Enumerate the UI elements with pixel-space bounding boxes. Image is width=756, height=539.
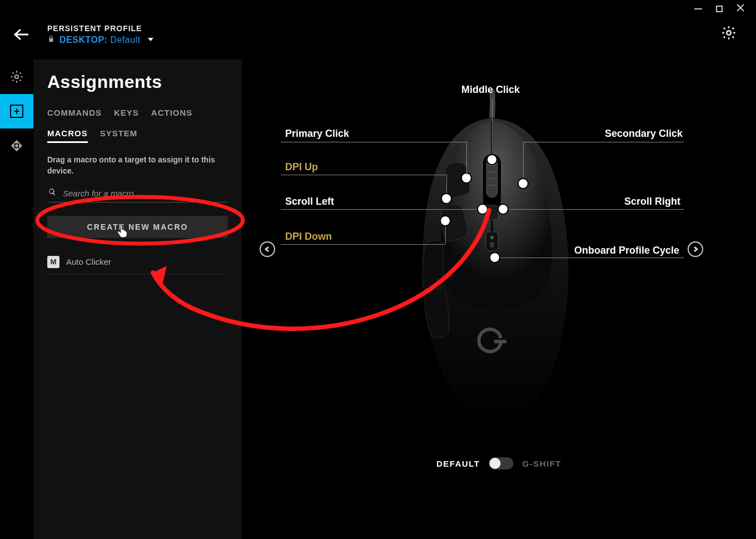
macro-search[interactable] (47, 185, 228, 202)
assignment-tabs: COMMANDS KEYS ACTIONS MACROS SYSTEM (47, 108, 228, 143)
rail-item-sensitivity[interactable] (0, 128, 33, 163)
callout-line (499, 258, 684, 258)
label-secondary-click: Secondary Click (605, 128, 683, 140)
svg-rect-12 (490, 242, 494, 248)
header-bar: PERSISTENT PROFILE DESKTOP: Default (0, 17, 756, 52)
profile-name: DESKTOP: Default (59, 35, 141, 45)
macro-name: Auto Clicker (66, 257, 111, 266)
chevron-down-icon (147, 35, 154, 45)
tab-macros[interactable]: MACROS (47, 128, 88, 143)
label-scroll-right: Scroll Right (624, 196, 680, 207)
label-primary-click: Primary Click (285, 128, 349, 140)
search-icon (48, 188, 56, 198)
callout-dot[interactable] (499, 205, 508, 214)
mode-gshift-label: G-SHIFT (523, 459, 562, 468)
back-button[interactable] (6, 28, 36, 41)
macro-badge: M (47, 256, 59, 268)
macro-list: M Auto Clicker (47, 250, 228, 274)
callout-line (281, 244, 445, 245)
svg-rect-9 (486, 205, 498, 220)
callout-line (446, 175, 447, 197)
callout-line (466, 142, 467, 175)
profile-selector[interactable]: PERSISTENT PROFILE DESKTOP: Default (47, 24, 154, 45)
callout-dot[interactable] (488, 155, 496, 164)
label-dpi-down: DPI Down (285, 231, 332, 243)
callout-line (445, 222, 446, 244)
panel-title: Assignments (47, 72, 228, 92)
macro-search-input[interactable] (62, 188, 227, 199)
svg-point-0 (727, 31, 730, 34)
mode-default-label: DEFAULT (436, 459, 480, 468)
svg-point-2 (16, 145, 17, 146)
callout-line (523, 142, 684, 142)
mode-toggle: DEFAULT G-SHIFT (436, 457, 561, 469)
panel-hint: Drag a macro onto a target to assign it … (47, 154, 228, 177)
window-minimize-button[interactable] (694, 4, 703, 13)
create-macro-button[interactable]: CREATE NEW MACRO (47, 216, 228, 238)
mode-switch[interactable] (489, 457, 514, 469)
tab-system[interactable]: SYSTEM (100, 128, 138, 143)
callout-dot[interactable] (478, 205, 487, 214)
svg-point-1 (15, 75, 19, 79)
assignments-panel: Assignments COMMANDS KEYS ACTIONS MACROS… (33, 60, 242, 539)
svg-point-11 (490, 236, 494, 239)
label-dpi-up: DPI Up (285, 161, 318, 173)
macro-item[interactable]: M Auto Clicker (47, 250, 228, 274)
nav-prev-button[interactable] (260, 241, 275, 257)
tab-actions[interactable]: ACTIONS (151, 108, 193, 121)
label-middle-click: Middle Click (461, 84, 520, 96)
device-view: Middle Click Primary Click Secondary Cli… (242, 60, 756, 539)
callout-line (506, 209, 684, 210)
window-controls (694, 0, 756, 18)
tab-keys[interactable]: KEYS (114, 108, 139, 121)
callout-line (281, 209, 482, 210)
callout-dot[interactable] (442, 194, 451, 203)
window-maximize-button[interactable] (715, 4, 724, 13)
rail-item-lighting[interactable] (0, 60, 33, 94)
svg-rect-10 (486, 232, 498, 251)
plus-icon: + (10, 105, 23, 118)
create-macro-label: CREATE NEW MACRO (87, 222, 188, 231)
settings-button[interactable] (721, 25, 737, 43)
callout-line (281, 175, 446, 175)
rail-item-assignments[interactable]: + (0, 94, 33, 128)
callout-line (281, 142, 467, 142)
window-close-button[interactable] (736, 4, 745, 13)
callout-dot[interactable] (441, 216, 450, 225)
label-profile-cycle: Onboard Profile Cycle (574, 245, 679, 256)
profile-heading: PERSISTENT PROFILE (47, 24, 154, 33)
lock-icon (47, 35, 55, 45)
tab-commands[interactable]: COMMANDS (47, 108, 102, 121)
side-rail: + (0, 60, 33, 163)
callout-dot[interactable] (490, 253, 499, 262)
nav-next-button[interactable] (688, 241, 703, 257)
callout-line (492, 98, 493, 157)
callout-line (523, 142, 524, 182)
svg-rect-4 (486, 159, 498, 197)
label-scroll-left: Scroll Left (285, 196, 334, 207)
callout-dot[interactable] (519, 179, 528, 188)
